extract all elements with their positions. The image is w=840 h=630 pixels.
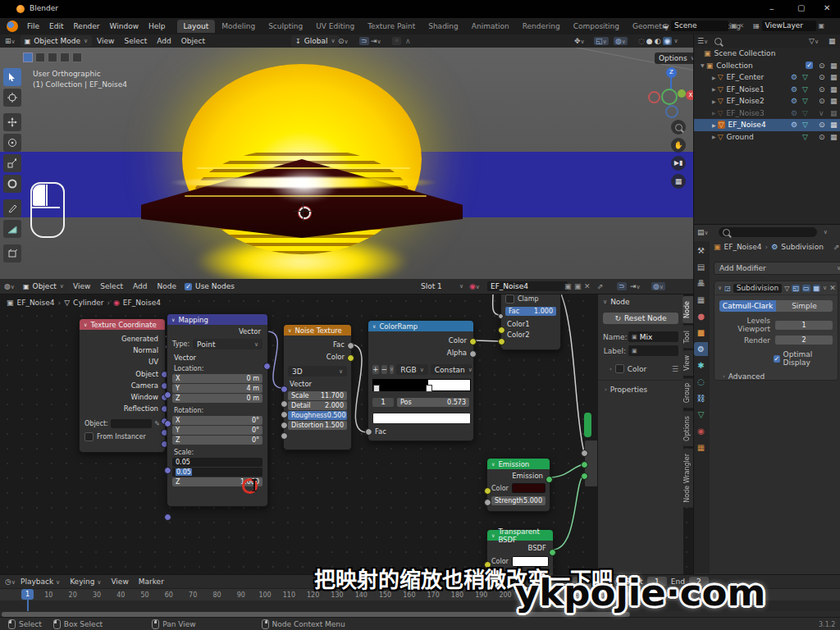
menu-edit[interactable]: Edit [44,22,68,30]
gizmo-z-axis[interactable]: Z [666,67,677,78]
workspace-tab-rendering[interactable]: Rendering [516,20,567,33]
socket-noise-fac[interactable] [347,342,354,349]
timeline-editor-type-icon[interactable]: ◷∨ [5,578,16,586]
sidebar-tab-options[interactable]: Options [682,411,693,446]
outliner-row-object[interactable]: ▶ ▽ EF_Noise2 ⚙ ▽ ⊙ ▦ [694,95,840,107]
emission-color-swatch[interactable] [512,483,546,493]
shading-wireframe-icon[interactable]: ◌ [638,37,645,45]
socket-transparent-bsdf[interactable] [549,549,556,556]
copy-material-icon[interactable]: ▣ [574,282,582,290]
mode-dropdown[interactable]: ▣Object Mode∨ [21,35,92,47]
socket-mapping-vector-in[interactable] [164,391,171,399]
mapping-output-label[interactable]: Vector [167,325,267,336]
node-mapping[interactable]: ∨Mapping Vector Type: Point∨ Vector Loca… [167,313,268,507]
outliner-row-object-hidden[interactable]: ▶ ▽ EF_Noise3 ⚙ ▽ ∨ ▦ [694,107,840,120]
object-picker-field[interactable] [111,419,153,428]
properties-expand-icon[interactable]: › [605,386,607,393]
rotation-z-field[interactable]: Z0° [172,436,262,445]
pivot-dropdown-icon[interactable]: ⊙∨ [338,37,349,45]
socket-ramp-fac[interactable] [365,428,372,436]
expand-icon[interactable]: ▶ [712,86,716,92]
menu-help[interactable]: Help [144,22,171,30]
outliner-filter-icon[interactable]: ▽∨ [809,37,819,45]
ramp-specials-button[interactable]: ∨ [390,365,394,374]
mix-clamp-checkbox[interactable] [505,294,514,304]
socket-mapping-scale[interactable] [164,514,171,521]
delete-scene-icon[interactable]: ✕ [739,22,745,30]
overlays-icon[interactable]: ◱∨ [594,37,609,45]
socket-hidden-shader2[interactable] [581,472,588,480]
gizmo-y-axis[interactable] [661,89,678,105]
levels-viewport-field[interactable]: 1 [775,321,833,330]
viewport-3d[interactable]: User Orthographic (1) Collection | EF_No… [0,48,693,279]
output-uv[interactable]: UV [80,356,158,368]
color-expand-icon[interactable]: › [609,366,612,372]
node-noise-texture[interactable]: ∨Noise Texture Fac Color 3D∨ Vector Scal… [283,324,352,450]
slot-dropdown[interactable]: Slot 1∨ [417,281,468,292]
tool-transform[interactable] [3,175,21,193]
socket-ramp-color[interactable] [469,338,477,345]
ramp-output-color[interactable]: Color [368,335,467,347]
location-x-field[interactable]: X0 m [172,374,262,383]
viewport-menu-view[interactable]: View [92,37,119,45]
camera-icon[interactable]: ▦ [830,85,838,94]
pin-icon[interactable]: ⇗ [597,282,604,290]
collection-camera-icon[interactable]: ▦ [830,62,838,70]
tool-annotate[interactable] [3,199,21,217]
color-section-label[interactable]: Color [628,365,647,373]
blender-menu-icon[interactable] [7,21,18,32]
socket-noise-roughness[interactable] [281,422,288,429]
noise-distortion-field[interactable]: Distortion1.500 [288,421,347,430]
panel-expand-icon[interactable]: ∨ [718,285,722,291]
rotation-x-field[interactable]: X0° [172,416,262,425]
socket-hidden-shader1[interactable] [581,461,588,468]
pin-icon[interactable]: ⇗ [833,243,840,251]
node-mix-shader-header-partial[interactable] [584,413,591,437]
mapping-type-dropdown[interactable]: Point∨ [193,339,262,349]
fake-user-icon[interactable]: ▣ [564,282,572,290]
xray-icon[interactable]: ◍∨ [614,37,628,45]
reset-node-button[interactable]: ↻ Reset Node [603,313,678,324]
shader-menu-select[interactable]: Select [95,282,128,290]
socket-mapping-location[interactable] [164,420,171,427]
collection-eye-icon[interactable]: ⊙ [819,62,825,70]
collection-expand-icon[interactable]: ▼ [701,62,705,68]
ramp-stop-0[interactable] [373,385,380,392]
eye-icon[interactable]: ⊙ [819,97,825,105]
emission-output-label[interactable]: Emission [487,469,550,480]
node-emission[interactable]: ∨Emission Emission Color Strength5.000 [486,458,550,512]
socket-mix-color2[interactable] [498,338,505,345]
camera-icon[interactable]: ▦ [830,73,838,81]
tab-render-icon[interactable]: ▤ [694,260,708,274]
shader-menu-view[interactable]: View [68,282,95,290]
tab-output-icon[interactable]: 🖶 [694,276,708,290]
collection-checkbox[interactable]: ✓ [806,62,813,69]
menu-render[interactable]: Render [69,22,105,30]
tab-data-icon[interactable]: ▽ [694,408,708,422]
noise-roughness-field[interactable]: Roughness0.500 [288,411,347,420]
shader-type-dropdown[interactable]: ▣Object∨ [19,281,68,292]
socket-emission-out[interactable] [546,476,553,483]
properties-search-field[interactable] [719,227,817,237]
workspace-tab-uvediting[interactable]: UV Editing [309,20,361,33]
socket-hidden-fac[interactable] [581,450,588,457]
outliner-row-object[interactable]: ▶ ▽ EF_Noise1 ⚙ ▽ ⊙ ▦ [694,84,840,96]
shading-material-icon[interactable]: ◐ [655,37,661,45]
socket-noise-scale[interactable] [281,400,288,408]
camera-icon[interactable]: ▦ [830,133,838,141]
snap-magnet-icon[interactable]: ⊃ [359,37,369,45]
timeline-menu-playback[interactable]: Playback ∨ [16,578,65,586]
camera-icon[interactable]: ▦ [830,109,838,117]
tab-world-icon[interactable]: ● [694,309,708,323]
grid-toggle-icon[interactable]: ▦ [671,174,686,189]
socket-mapping-vector-out[interactable] [263,363,271,370]
close-button[interactable]: ✕ [824,3,830,12]
outliner-row-object[interactable]: ▶ ▽ Ground ▽ ⊙ ▦ [694,131,840,144]
tool-add-cube[interactable] [3,244,21,262]
scale-x-field-editing[interactable]: 0.05 [172,458,262,467]
ramp-interpolation-dropdown[interactable]: Constan∨ [431,364,472,375]
proportional-edit-icon[interactable]: ◦ [392,37,401,45]
socket-noise-detail[interactable] [281,411,288,418]
shader-editor-type-icon[interactable]: ◍∨ [4,282,15,290]
outliner-search-icon[interactable] [714,38,722,45]
